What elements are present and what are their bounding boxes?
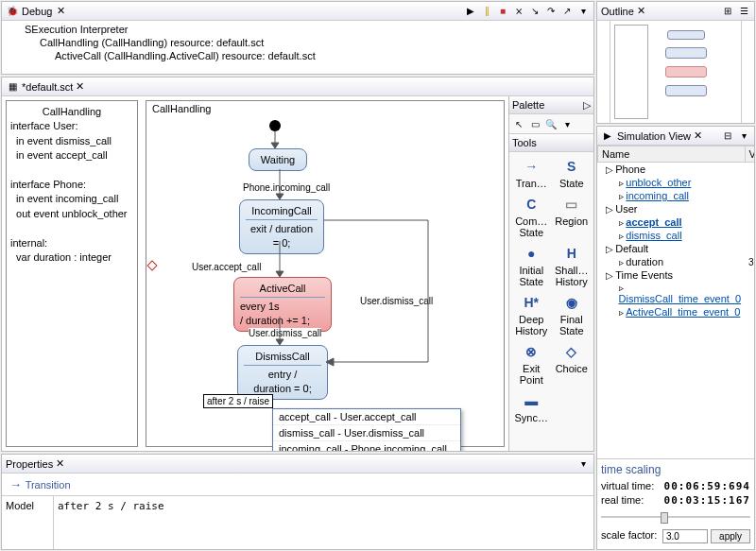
note-tool-icon[interactable]: ▾ [560, 117, 574, 130]
transition-label[interactable]: User.dismiss_call [249, 328, 321, 338]
iface-title: CallHandling [10, 105, 133, 119]
terminate-icon[interactable]: ■ [496, 5, 509, 18]
menu-icon[interactable]: ▾ [576, 5, 590, 18]
col-value[interactable]: Value [745, 146, 754, 163]
slider-thumb[interactable] [661, 512, 668, 524]
sim-value [745, 305, 754, 319]
resume-icon[interactable]: ▶ [464, 5, 477, 18]
palette-item[interactable]: →Tran… [512, 155, 551, 191]
disconnect-icon[interactable]: ⨯ [512, 5, 525, 18]
time-scaling-title: time scaling [601, 463, 750, 476]
palette-item[interactable]: ●Initial State [512, 242, 551, 289]
state-active[interactable]: ActiveCall every 1s / duration += 1; [233, 277, 332, 332]
sim-group: ▷ User [598, 202, 746, 215]
tab-close-icon[interactable]: ✕ [76, 80, 84, 93]
select-tool-icon[interactable]: ↖ [512, 117, 525, 130]
properties-tab-model[interactable]: Model [2, 496, 54, 549]
debug-item[interactable]: CallHandling (CallHandling) resource: de… [8, 36, 588, 49]
sim-value [745, 268, 754, 282]
sim-value [745, 202, 754, 215]
sim-value [745, 215, 754, 229]
sim-item: ▹ duration [598, 255, 746, 268]
zoom-tool-icon[interactable]: 🔍 [544, 117, 558, 130]
diagram-canvas[interactable]: CallHandling Waiting Phone.incoming_call… [146, 100, 505, 447]
autocomplete-popup: accept_call - User.accept_call dismiss_c… [272, 408, 461, 451]
collapse-icon[interactable]: ⊟ [721, 129, 734, 143]
palette-item[interactable]: ◇Choice [553, 340, 592, 387]
sim-group: ▷ Time Events [598, 268, 746, 282]
sim-item[interactable]: ▹ incoming_call [598, 189, 746, 202]
transition-label[interactable]: User.dismiss_call [360, 296, 433, 306]
palette-section[interactable]: Tools [509, 134, 593, 152]
marquee-tool-icon[interactable]: ▭ [528, 117, 541, 130]
debug-item[interactable]: ActiveCall (CallHandling.ActiveCall) res… [8, 49, 588, 62]
popup-item[interactable]: incoming_call - Phone.incoming_call [273, 441, 460, 451]
step-over-icon[interactable]: ↷ [544, 5, 558, 18]
state-body: every 1s / duration += 1; [240, 300, 325, 327]
sim-item[interactable]: ▹ unblock_other [598, 176, 746, 189]
debug-tree: SExecution Interpreter CallHandling (Cal… [2, 21, 593, 64]
state-label: Waiting [255, 153, 301, 166]
sim-value [745, 176, 754, 189]
palette-item[interactable]: HShall… History [553, 242, 592, 289]
outline-mode-icon[interactable]: ⊞ [721, 5, 734, 18]
debug-view: 🐞 Debug ✕ ▶ ‖ ■ ⨯ ↘ ↷ ↗ ▾ SExecution Int… [1, 1, 594, 75]
virtual-time-label: virtual time: [601, 480, 654, 492]
step-return-icon[interactable]: ↗ [560, 5, 574, 18]
popup-item[interactable]: accept_call - User.accept_call [273, 409, 460, 425]
view-close-icon[interactable]: ✕ [694, 129, 702, 142]
transition-edit[interactable]: after 2 s / raise [203, 394, 273, 408]
sim-group: ▷ Phone [598, 163, 746, 177]
palette-item[interactable]: CCom… State [512, 193, 551, 240]
state-body: exit / duration = 0; [246, 222, 318, 250]
outline-tree-icon[interactable]: ☰ [737, 5, 750, 18]
interface-definition[interactable]: CallHandling interface User: in event di… [6, 100, 138, 447]
breakpoint-icon[interactable] [146, 260, 157, 270]
palette-item[interactable]: ▭Region [553, 193, 592, 240]
sim-value [745, 282, 754, 305]
debug-item[interactable]: SExecution Interpreter [8, 23, 588, 36]
view-close-icon[interactable]: ✕ [56, 457, 64, 470]
suspend-icon[interactable]: ‖ [480, 5, 493, 18]
editor-tab[interactable]: *default.sct [22, 81, 73, 93]
initial-state[interactable] [269, 120, 281, 131]
transition-label[interactable]: Phone.incoming_call [243, 182, 330, 193]
scale-factor-label: scale factor: [601, 529, 657, 543]
sim-icon: ▶ [601, 129, 614, 143]
outline-body[interactable] [597, 21, 754, 123]
apply-button[interactable]: apply [711, 529, 750, 543]
state-incoming[interactable]: IncomingCall exit / duration = 0; [239, 199, 324, 254]
sim-value: 335 [745, 255, 754, 268]
props-menu-icon[interactable]: ▾ [576, 457, 590, 471]
sim-item[interactable]: ▹ ActiveCall_time_event_0 [598, 305, 746, 319]
state-label: ActiveCall [240, 282, 325, 298]
transition-label[interactable]: User.accept_call [192, 262, 261, 272]
time-slider[interactable] [601, 510, 750, 525]
outline-title: Outline [601, 6, 634, 17]
palette-item[interactable]: ⊗Exit Point [512, 340, 551, 387]
view-close-icon[interactable]: ✕ [57, 5, 65, 17]
menu-icon[interactable]: ▾ [737, 129, 750, 143]
palette-item[interactable]: SState [553, 155, 592, 191]
state-waiting[interactable]: Waiting [249, 148, 307, 171]
sim-value [745, 189, 754, 202]
palette-item[interactable]: ▬Sync… [512, 389, 551, 425]
col-name[interactable]: Name [598, 146, 746, 163]
palette-collapse-icon[interactable]: ▷ [583, 99, 591, 112]
scale-factor-input[interactable] [662, 529, 708, 543]
editor-view: ▦ *default.sct ✕ CallHandling interface … [1, 77, 594, 452]
state-dismiss[interactable]: DismissCall entry / duration = 0; [237, 345, 328, 400]
sim-item[interactable]: ▹ accept_call [598, 215, 746, 229]
palette-title: Palette▷ [509, 96, 593, 114]
palette-item[interactable]: ◉Final State [553, 291, 592, 338]
virtual-time-value: 00:06:59:694 [664, 480, 750, 492]
sim-item[interactable]: ▹ DismissCall_time_event_0 [598, 282, 746, 305]
properties-title: Properties [6, 458, 53, 470]
step-into-icon[interactable]: ↘ [528, 5, 541, 18]
view-close-icon[interactable]: ✕ [637, 5, 645, 17]
sim-item[interactable]: ▹ dismiss_call [598, 229, 746, 242]
palette-item[interactable]: H*Deep History [512, 291, 551, 338]
popup-item[interactable]: dismiss_call - User.dismiss_call [273, 425, 460, 441]
transition-expression-input[interactable] [58, 500, 590, 512]
sim-value [745, 229, 754, 242]
